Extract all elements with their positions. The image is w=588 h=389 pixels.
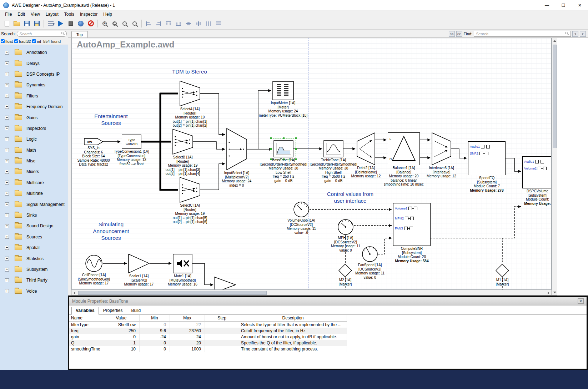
find-input[interactable] [474,31,571,37]
new-file-button[interactable] [2,19,12,29]
tab-variables[interactable]: Variables [71,307,99,315]
open-button[interactable] [12,19,22,29]
sidebar-item-signal-management[interactable]: Signal Management [0,199,68,209]
expand-icon[interactable] [5,159,9,163]
expand-icon[interactable] [5,72,9,76]
expand-icon[interactable] [5,224,9,228]
expand-icon[interactable] [5,126,9,130]
align-bottom-button[interactable] [174,19,184,29]
sidebar-item-sources[interactable]: Sources [0,232,68,242]
expand-icon[interactable] [5,116,9,120]
sidebar-item-multicore[interactable]: Multicore [0,177,68,188]
module-m2[interactable]: M2 [1A][Marker] [338,264,352,277]
module-inputselect[interactable]: InputSelect [1A][MultiplexorV2]Memory us… [226,128,247,170]
zoom-fit-button[interactable] [110,19,120,29]
save-button[interactable] [22,19,32,29]
filter-fract32[interactable]: fract32 [14,39,31,44]
sidebar-item-logic[interactable]: Logic [0,134,68,145]
module-basstone[interactable]: BassTone [1A][SecondOrderFilterSmoothed]… [273,140,293,157]
center-horizontal-button[interactable] [184,19,194,29]
expand-icon[interactable] [5,235,9,239]
find-next-button[interactable]: >> [456,31,462,37]
expand-icon[interactable] [5,213,9,217]
menu-edit[interactable]: Edit [15,11,28,17]
sidebar-item-sinks[interactable]: Sinks [0,210,68,221]
center-vertical-button[interactable] [194,19,203,29]
module-inputmeter[interactable]: InputMeter [1A][Meter]Memory usage: 24me… [272,81,294,100]
expand-icon[interactable] [5,170,9,174]
sidebar-item-mixers[interactable]: Mixers [0,166,68,177]
stop-button[interactable] [66,19,76,29]
module-scaler1[interactable]: Scaler1 [1A][ScalerV2]Memory usage: 17 [128,254,150,273]
module-m1[interactable]: M1 [1A][Marker] [496,264,509,277]
module-selectc[interactable]: SelectC [1A][Router]Memory usage: 19out[… [180,177,200,203]
expand-icon[interactable] [5,257,9,261]
expand-icon[interactable] [5,202,9,206]
expand-icon[interactable] [5,51,9,55]
sidebar-item-subsystem[interactable]: Subsystem [0,264,68,275]
tuning-interface-button[interactable] [76,19,86,29]
expand-icon[interactable] [5,61,9,65]
menu-layout[interactable]: Layout [43,11,61,17]
sidebar-item-filters[interactable]: Filters [0,91,68,101]
align-left-button[interactable] [144,19,154,29]
filter-float[interactable]: float [1,39,13,44]
module-dspcvolume[interactable]: Audio1 Volume2 DSPCVolume[Subsystem]Modu… [522,156,552,188]
sidebar-item-inspectors[interactable]: Inspectors [0,123,68,134]
scroll-left-icon[interactable] [74,292,75,294]
menu-inspector[interactable]: Inspector [77,11,100,17]
sidebar-item-misc[interactable]: Misc [0,156,68,166]
maximize-button[interactable]: ☐ [555,0,572,10]
module-trebletone[interactable]: TrebleTone [1A][SecondOrderFilterSmoothe… [323,140,343,157]
space-horizontal-button[interactable] [203,19,213,29]
halt-button[interactable] [86,19,96,29]
sidebar-item-gains[interactable]: Gains [0,112,68,123]
table-row-gain[interactable]: gain 0 -24 24 Amount of boost or cut to … [69,334,347,340]
align-right-button[interactable] [154,19,164,29]
sidebar-item-spatial[interactable]: Spatial [0,242,68,253]
splitter[interactable] [68,38,71,295]
sidebar-item-math[interactable]: Math [0,145,68,156]
scroll-up-icon[interactable] [553,40,556,42]
tab-properties[interactable]: Properties [99,307,127,314]
module-volumeknob[interactable]: VolumeKnob [1A][DCSourceV2]Memory usage:… [293,201,310,218]
tab-top[interactable]: Top [71,31,88,37]
minimize-button[interactable]: — [539,0,555,10]
module-selectb[interactable]: SelectB [1A][Router]Memory usage: 19out[… [172,129,193,155]
table-row-filtertype[interactable]: filterType ShelfLow 0 22 Selects the typ… [69,322,347,328]
module-cellphone[interactable]: CellPhone [1A][SineSmoothedGen]Memory us… [85,254,103,272]
find-previous-button[interactable]: << [449,31,455,37]
expand-icon[interactable] [5,137,9,141]
module-mph[interactable]: MPH [1A][DCSourceV2]Memory usage: 11valu… [337,219,354,235]
horizontal-scroll-thumb[interactable] [78,291,267,295]
module-computesnr[interactable]: Volume1 MPH2 FAN3 ComputeSNR[Subsystem]M… [393,203,431,246]
propagate-changes-button[interactable] [46,19,56,29]
module-speedeq[interactable]: Audio1 SNR2 SpeedEQ[Subsystem]Module Cou… [468,141,506,175]
page-right-button[interactable]: > [580,31,586,37]
align-top-button[interactable] [164,19,174,29]
module-balance1[interactable]: L R Balance1 [1A][Balance]Memory usage: … [388,132,420,165]
panel-title-bar[interactable]: Module Properties: BassTone ✕ [69,297,587,305]
expand-icon[interactable] [5,278,9,282]
menu-help[interactable]: Help [100,11,115,17]
module-mixer-partial[interactable] [214,277,236,290]
tab-build[interactable]: Build [127,307,145,314]
module-interleave3[interactable]: Interleave3 [1A][Interleave]Memory usage… [432,132,451,165]
close-icon[interactable]: ✕ [578,298,584,304]
sidebar-item-voice[interactable]: Voice [0,286,68,297]
expand-icon[interactable] [5,268,9,272]
sidebar-item-delays[interactable]: Delays [0,58,68,69]
zoom-in-button[interactable] [100,19,110,29]
scroll-right-icon[interactable] [548,292,549,294]
expand-icon[interactable] [5,105,9,109]
fract32-checkbox[interactable] [14,39,18,43]
expand-icon[interactable] [5,289,9,293]
zoom-out-button[interactable] [120,19,130,29]
sidebar-item-frequency-domain[interactable]: Frequency Domain [0,101,68,112]
space-vertical-button[interactable] [213,19,223,29]
menu-file[interactable]: File [2,11,15,17]
run-button[interactable] [56,19,66,29]
scroll-down-icon[interactable] [553,292,556,293]
save-as-button[interactable] [32,19,42,29]
filter-int[interactable]: int [32,39,41,44]
